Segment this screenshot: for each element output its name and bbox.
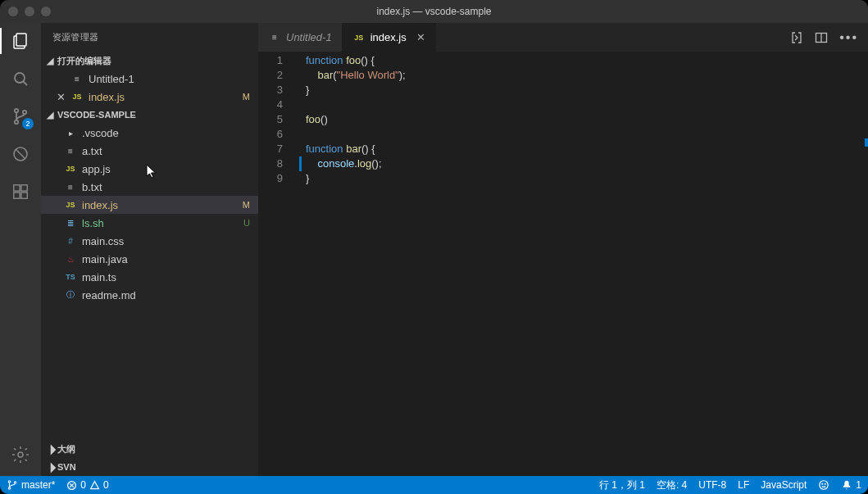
- chevron-down-icon: ◢: [46, 56, 54, 66]
- tab-label: Untitled-1: [286, 31, 332, 43]
- branch-name: master*: [21, 479, 55, 491]
- maximize-window-button[interactable]: [41, 7, 51, 16]
- bug-icon: [11, 144, 30, 164]
- close-tab-icon[interactable]: ✕: [416, 31, 425, 43]
- file-name: a.txt: [82, 145, 102, 157]
- open-editors-header[interactable]: ◢ 打开的编辑器: [41, 52, 258, 70]
- git-status: M: [243, 92, 250, 102]
- svg-point-3: [15, 109, 18, 112]
- folder-item[interactable]: ▸ .vscode: [41, 124, 258, 142]
- close-window-button[interactable]: [8, 7, 18, 16]
- file-name: Untitled-1: [89, 73, 134, 85]
- file-name: main.css: [82, 235, 124, 247]
- file-item[interactable]: TS main.ts: [41, 268, 258, 286]
- file-item[interactable]: ≡ a.txt: [41, 142, 258, 160]
- explorer-sidebar: 资源管理器 ◢ 打开的编辑器 ≡ Untitled-1 ✕ JS index.j…: [41, 23, 258, 476]
- file-item[interactable]: JS app.js: [41, 160, 258, 178]
- info-file-icon: ⓘ: [64, 288, 77, 301]
- text-file-icon: ≡: [268, 31, 281, 44]
- window-title: index.js — vscode-sample: [0, 6, 868, 17]
- body: 2 资源管理器 ◢ 打开的编辑器 ≡ Untitled-1: [0, 23, 868, 476]
- extensions-tab[interactable]: [9, 180, 32, 203]
- svg-rect-9: [14, 193, 20, 198]
- window-controls: [8, 7, 51, 16]
- editor-group: ≡ Untitled-1 JS index.js ✕ ••• 1 2: [258, 23, 868, 476]
- more-actions-icon[interactable]: •••: [839, 30, 858, 45]
- settings-button[interactable]: [9, 443, 32, 466]
- js-file-icon: JS: [64, 198, 77, 211]
- svg-point-14: [8, 481, 10, 483]
- svg-point-11: [18, 452, 23, 457]
- file-item[interactable]: ♨ main.java: [41, 250, 258, 268]
- svg-point-1: [15, 73, 25, 83]
- svg-point-21: [822, 483, 823, 484]
- minimize-window-button[interactable]: [25, 7, 34, 16]
- file-name: ls.sh: [82, 217, 104, 229]
- svg-rect-10: [21, 193, 27, 198]
- open-editors-label: 打开的编辑器: [57, 55, 111, 67]
- eol-status[interactable]: LF: [738, 479, 749, 491]
- chevron-right-icon: ▸: [64, 126, 77, 139]
- close-editor-icon[interactable]: ✕: [56, 91, 66, 103]
- svn-header[interactable]: ◢ SVN: [41, 458, 258, 476]
- workspace-header[interactable]: ◢ VSCODE-SAMPLE: [41, 106, 258, 124]
- file-item[interactable]: ≡ b.txt: [41, 178, 258, 196]
- explorer-tab[interactable]: [9, 29, 32, 52]
- tab-bar: ≡ Untitled-1 JS index.js ✕ •••: [258, 23, 868, 52]
- code-editor[interactable]: 1 2 3 4 5 6 7 8 9 function foo() { bar("…: [258, 52, 868, 476]
- code-content[interactable]: function foo() { bar("Hello World"); } f…: [296, 53, 868, 476]
- chevron-right-icon: ◢: [43, 442, 57, 455]
- indent-status[interactable]: 空格: 4: [657, 478, 687, 492]
- file-item[interactable]: ≣ ls.sh U: [41, 214, 258, 232]
- text-file-icon: ≡: [64, 180, 77, 193]
- svg-rect-7: [14, 185, 20, 191]
- folder-name: .vscode: [82, 127, 119, 139]
- outline-header[interactable]: ◢ 大纲: [41, 440, 258, 458]
- outline-label: 大纲: [57, 443, 75, 455]
- js-file-icon: JS: [352, 31, 366, 44]
- language-status[interactable]: JavaScript: [761, 479, 807, 491]
- compare-changes-icon[interactable]: [790, 31, 803, 44]
- chevron-down-icon: ◢: [46, 110, 54, 120]
- editor-tab[interactable]: ≡ Untitled-1: [258, 23, 343, 52]
- warning-count: 0: [103, 479, 109, 491]
- java-file-icon: ♨: [64, 252, 77, 265]
- file-item[interactable]: # main.css: [41, 232, 258, 250]
- svg-point-22: [825, 483, 826, 484]
- ts-file-icon: TS: [64, 270, 77, 283]
- file-name: readme.md: [82, 289, 136, 301]
- notification-count: 1: [856, 479, 861, 491]
- problems-status[interactable]: 0 0: [66, 479, 108, 491]
- search-tab[interactable]: [9, 67, 32, 90]
- git-status: M: [243, 200, 250, 210]
- editor-tab[interactable]: JS index.js ✕: [343, 23, 436, 52]
- open-editor-item[interactable]: ≡ Untitled-1: [41, 70, 258, 88]
- error-count: 0: [80, 479, 86, 491]
- gear-icon: [11, 445, 30, 465]
- open-editor-item[interactable]: ✕ JS index.js M: [41, 88, 258, 106]
- branch-status[interactable]: master*: [7, 479, 55, 491]
- file-name: index.js: [82, 199, 118, 211]
- encoding-status[interactable]: UTF-8: [698, 479, 726, 491]
- source-control-tab[interactable]: 2: [9, 105, 32, 128]
- js-file-icon: JS: [64, 162, 77, 175]
- line-col-status[interactable]: 行 1，列 1: [599, 478, 645, 492]
- css-file-icon: #: [64, 234, 77, 247]
- svg-point-4: [15, 120, 18, 124]
- debug-tab[interactable]: [9, 143, 32, 165]
- titlebar[interactable]: index.js — vscode-sample: [0, 0, 868, 23]
- file-item[interactable]: ⓘ readme.md: [41, 286, 258, 304]
- line-modified-decoration: [299, 156, 302, 171]
- file-item[interactable]: JS index.js M: [41, 196, 258, 214]
- feedback-button[interactable]: [818, 479, 829, 491]
- split-editor-icon[interactable]: [815, 31, 828, 44]
- svg-point-15: [8, 487, 10, 489]
- file-name: app.js: [82, 163, 111, 175]
- scm-badge: 2: [22, 118, 34, 129]
- activity-bar: 2: [0, 23, 41, 476]
- file-name: main.java: [82, 253, 128, 265]
- search-icon: [11, 69, 30, 88]
- file-name: index.js: [89, 91, 125, 103]
- file-icon: ≡: [70, 72, 84, 85]
- notifications-button[interactable]: 1: [841, 479, 861, 491]
